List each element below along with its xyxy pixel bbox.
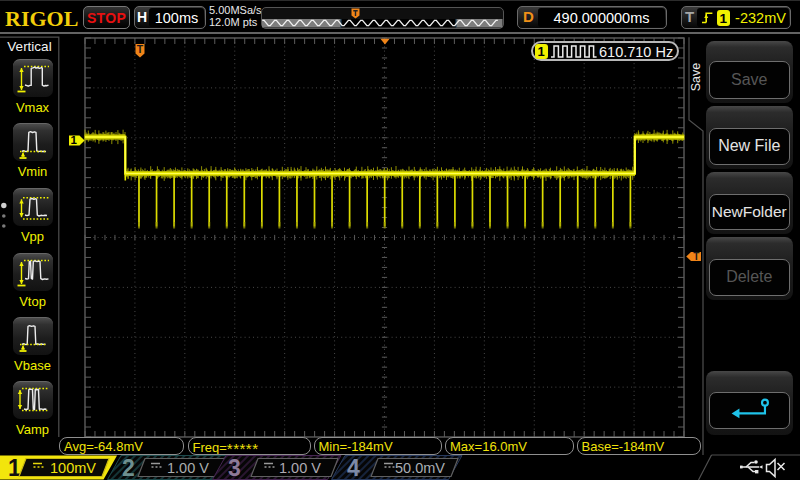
svg-text:100mV: 100mV [50,460,96,476]
svg-text:1: 1 [70,134,77,146]
svg-text:50.0mV: 50.0mV [395,460,445,476]
svg-text:4: 4 [347,455,360,480]
svg-text:2: 2 [122,455,135,480]
svg-text:1.00 V: 1.00 V [167,460,209,476]
svg-text:1.00 V: 1.00 V [279,460,321,476]
svg-text:T: T [693,251,699,262]
svg-text:3: 3 [228,455,241,480]
